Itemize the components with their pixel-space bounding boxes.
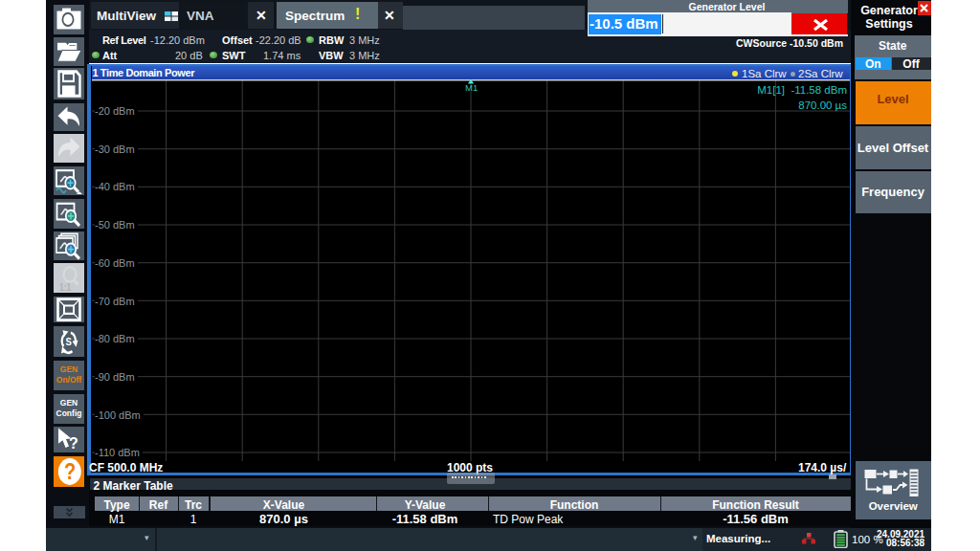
svg-text:1:1: 1:1	[59, 282, 71, 293]
svg-text:?: ?	[69, 434, 78, 452]
svg-text:?: ?	[64, 459, 76, 485]
svg-text:S: S	[66, 336, 72, 348]
